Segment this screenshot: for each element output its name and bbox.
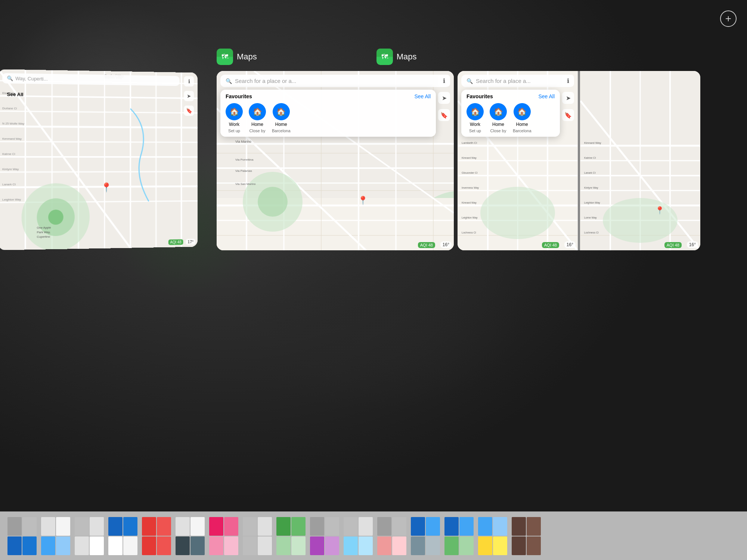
- color-swatch[interactable]: [142, 517, 156, 536]
- color-swatch[interactable]: [291, 517, 306, 536]
- see-all-link-left[interactable]: See All: [538, 93, 555, 99]
- color-swatch[interactable]: [7, 536, 22, 555]
- color-swatch[interactable]: [392, 536, 406, 555]
- color-swatch[interactable]: [478, 536, 492, 555]
- color-swatch[interactable]: [224, 517, 238, 536]
- color-swatch[interactable]: [123, 517, 137, 536]
- svg-line-81: [0, 186, 198, 188]
- color-swatch[interactable]: [344, 536, 358, 555]
- color-swatch[interactable]: [123, 536, 137, 555]
- color-swatch[interactable]: [444, 517, 459, 536]
- color-swatch[interactable]: [56, 536, 70, 555]
- maps-card-single[interactable]: Via Marino Via Porrettina Via Palamas Vi…: [217, 71, 454, 250]
- color-swatch[interactable]: [190, 517, 205, 536]
- color-swatch[interactable]: [325, 536, 339, 555]
- color-swatch[interactable]: [56, 517, 70, 536]
- color-swatch[interactable]: [411, 536, 425, 555]
- svg-text:One Apple: One Apple: [37, 226, 51, 230]
- color-swatch[interactable]: [512, 517, 526, 536]
- color-swatch[interactable]: [157, 536, 171, 555]
- maps-card-left-partial[interactable]: Marion Way Dunford Way Elan Way Durlane …: [0, 69, 198, 250]
- color-swatch[interactable]: [243, 536, 257, 555]
- color-swatch[interactable]: [142, 536, 156, 555]
- svg-text:Gloucester Cl: Gloucester Cl: [462, 171, 478, 174]
- info-icon-left-card[interactable]: ℹ: [184, 76, 194, 87]
- swatch-row: [444, 536, 474, 555]
- info-icon-1[interactable]: ℹ: [438, 75, 450, 87]
- color-swatch[interactable]: [377, 536, 391, 555]
- weather-badge-right: 16°: [687, 241, 698, 248]
- see-all-link-1[interactable]: See All: [414, 93, 431, 99]
- svg-text:Leighton Way: Leighton Way: [462, 216, 478, 219]
- color-swatch[interactable]: [7, 517, 22, 536]
- color-swatch[interactable]: [359, 517, 373, 536]
- fav-home-close[interactable]: 🏠 Home Close by: [249, 103, 266, 133]
- color-swatch[interactable]: [157, 517, 171, 536]
- color-swatch[interactable]: [22, 536, 37, 555]
- svg-text:🗺: 🗺: [381, 53, 388, 61]
- swatch-row: [478, 517, 507, 536]
- color-swatch[interactable]: [459, 536, 474, 555]
- color-swatch[interactable]: [224, 536, 238, 555]
- color-swatch[interactable]: [176, 517, 190, 536]
- fav-home-barcelona-left[interactable]: 🏠 Home Barcelona: [513, 103, 531, 133]
- color-swatch[interactable]: [258, 517, 272, 536]
- color-swatch[interactable]: [258, 536, 272, 555]
- bookmark-icon-left[interactable]: 🔖: [562, 109, 574, 121]
- fav-work-left[interactable]: 🏠 Work Set up: [467, 103, 484, 133]
- location-icon-left[interactable]: ➤: [562, 92, 574, 104]
- maps-card-split[interactable]: Lambeth Cl Kinnard Way Gloucester Cl Inv…: [458, 71, 700, 250]
- color-swatch[interactable]: [392, 517, 406, 536]
- color-swatch[interactable]: [209, 517, 223, 536]
- color-swatch[interactable]: [478, 517, 492, 536]
- color-swatch[interactable]: [90, 536, 104, 555]
- color-swatch[interactable]: [359, 536, 373, 555]
- color-swatch[interactable]: [377, 517, 391, 536]
- color-swatch[interactable]: [426, 536, 440, 555]
- color-swatch[interactable]: [41, 536, 55, 555]
- color-swatch[interactable]: [411, 517, 425, 536]
- color-swatch[interactable]: [310, 517, 324, 536]
- search-bar-1[interactable]: 🔍 Search for a place or a...: [220, 75, 450, 87]
- color-swatch[interactable]: [90, 517, 104, 536]
- color-swatch[interactable]: [527, 517, 541, 536]
- color-swatch[interactable]: [459, 517, 474, 536]
- color-swatch[interactable]: [310, 536, 324, 555]
- color-swatch[interactable]: [493, 536, 507, 555]
- color-swatch[interactable]: [108, 536, 123, 555]
- color-swatch[interactable]: [22, 517, 37, 536]
- fav-home-close-left[interactable]: 🏠 Home Close by: [490, 103, 507, 133]
- color-swatch[interactable]: [276, 536, 291, 555]
- location-icon-1[interactable]: ➤: [438, 92, 450, 104]
- color-swatch[interactable]: [75, 517, 89, 536]
- cards-row: Via Marino Via Porrettina Via Palamas Vi…: [217, 71, 732, 250]
- color-swatch[interactable]: [512, 536, 526, 555]
- color-swatch[interactable]: [243, 517, 257, 536]
- search-bar-left[interactable]: 🔍 Search for a place a...: [461, 75, 574, 87]
- add-window-button[interactable]: +: [720, 10, 737, 27]
- color-swatch[interactable]: [108, 517, 123, 536]
- info-icon-left[interactable]: ℹ: [562, 75, 574, 87]
- color-swatch[interactable]: [527, 536, 541, 555]
- location-icon-left-card[interactable]: ➤: [184, 91, 194, 101]
- color-swatch[interactable]: [291, 536, 306, 555]
- favourites-dropdown-left: Favourites See All 🏠 Work Set up 🏠 Home …: [461, 90, 560, 137]
- split-pane-left: Lambeth Cl Kinnard Way Gloucester Cl Inv…: [458, 71, 578, 250]
- color-swatch[interactable]: [209, 536, 223, 555]
- fav-home-close-label1-left: Home: [492, 122, 504, 127]
- color-swatch[interactable]: [426, 517, 440, 536]
- color-swatch[interactable]: [493, 517, 507, 536]
- color-swatch[interactable]: [444, 536, 459, 555]
- fav-work[interactable]: 🏠 Work Set up: [226, 103, 243, 133]
- color-swatch[interactable]: [176, 536, 190, 555]
- color-swatch[interactable]: [75, 536, 89, 555]
- bookmark-icon-left-card[interactable]: 🔖: [184, 105, 194, 116]
- color-swatch[interactable]: [276, 517, 291, 536]
- color-swatch[interactable]: [41, 517, 55, 536]
- color-swatch[interactable]: [325, 517, 339, 536]
- fav-home-barcelona[interactable]: 🏠 Home Barcelona: [272, 103, 291, 133]
- bookmark-icon-1[interactable]: 🔖: [438, 109, 450, 121]
- color-swatch[interactable]: [190, 536, 205, 555]
- color-swatch[interactable]: [344, 517, 358, 536]
- swatch-row: [411, 536, 440, 555]
